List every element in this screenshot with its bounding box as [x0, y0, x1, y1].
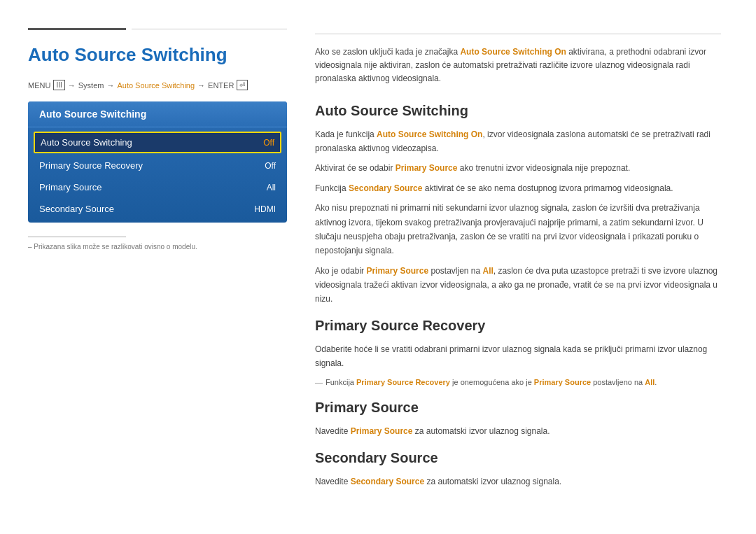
ui-item-secondary-source[interactable]: Secondary Source HDMI — [28, 198, 287, 220]
intro-highlight: Auto Source Switching On — [460, 47, 566, 57]
ui-item-label: Primary Source — [39, 182, 102, 192]
section-secondary-source: Secondary Source Navedite Secondary Sour… — [315, 450, 721, 489]
highlight-secondary-source: Secondary Source — [349, 183, 422, 193]
intro-text: Ako se zaslon uključi kada je značajka A… — [315, 45, 721, 86]
arrow-2: → — [106, 81, 114, 90]
section-para-2: Aktivirat će se odabir Primary Source ak… — [315, 161, 721, 175]
page-title: Auto Source Switching — [28, 44, 287, 66]
menu-label: MENU — [28, 81, 50, 90]
highlight-ps-all: Primary Source — [534, 378, 591, 386]
ui-item-value: Off — [263, 138, 274, 148]
ui-item-auto-source-switching[interactable]: Auto Source Switching Off — [34, 132, 281, 153]
note-text: Funkcija Primary Source Recovery je onem… — [326, 377, 657, 389]
highlight-all-2: All — [645, 378, 654, 386]
section-title-secondary: Secondary Source — [315, 450, 721, 466]
right-top-rule — [315, 34, 721, 34]
footnote: – Prikazana slika može se razlikovati ov… — [28, 243, 287, 251]
enter-icon: ⏎ — [237, 80, 248, 90]
note-dash: — — [315, 377, 323, 389]
ui-box-header: Auto Source Switching — [28, 101, 287, 127]
section-para-primary: Navedite Primary Source za automatski iz… — [315, 424, 721, 438]
arrow-1: → — [68, 81, 76, 90]
section-primary-source-recovery: Primary Source Recovery Odaberite hoće l… — [315, 318, 721, 388]
section-para-secondary: Navedite Secondary Source za automatski … — [315, 475, 721, 489]
section-para-4: Ako nisu prepoznati ni primarni niti sek… — [315, 201, 721, 258]
ui-item-label: Auto Source Switching — [41, 137, 132, 148]
arrow-3: → — [197, 81, 205, 90]
footnote-rule — [28, 237, 126, 237]
ui-item-value: Off — [265, 161, 276, 171]
ui-item-primary-source-recovery[interactable]: Primary Source Recovery Off — [28, 155, 287, 176]
highlight-ss-label: Secondary Source — [351, 477, 424, 486]
section-auto-source-switching: Auto Source Switching Kada je funkcija A… — [315, 103, 721, 307]
section-para-5: Ako je odabir Primary Source postavljen … — [315, 264, 721, 307]
section-title-auto-source: Auto Source Switching — [315, 103, 721, 119]
right-column: Ako se zaslon uključi kada je značajka A… — [315, 28, 721, 500]
left-column: Auto Source Switching MENU III → System … — [28, 28, 287, 500]
highlight-ps-label: Primary Source — [351, 426, 413, 436]
ui-item-value: All — [267, 183, 276, 192]
rule-light — [132, 29, 287, 29]
section-para-1: Kada je funkcija Auto Source Switching O… — [315, 127, 721, 156]
section-primary-source: Primary Source Navedite Primary Source z… — [315, 400, 721, 438]
system-label: System — [78, 81, 104, 90]
ui-item-value: HDMI — [254, 204, 276, 214]
section-para-3: Funkcija Secondary Source aktivirat će s… — [315, 181, 721, 195]
enter-label: ENTER — [208, 81, 234, 90]
highlight-primary-source-1: Primary Source — [396, 163, 458, 173]
highlight-psr: Primary Source Recovery — [356, 378, 450, 386]
rule-dark — [28, 28, 126, 30]
section-para-recovery: Odaberite hoće li se vratiti odabrani pr… — [315, 342, 721, 371]
highlight-auto-source: Auto Source Switching On — [377, 129, 482, 139]
menu-path: MENU III → System → Auto Source Switchin… — [28, 80, 287, 90]
top-rule — [28, 28, 287, 30]
highlight-all: All — [483, 266, 493, 276]
ui-item-primary-source[interactable]: Primary Source All — [28, 176, 287, 198]
highlight-primary-source-2: Primary Source — [366, 266, 428, 276]
menu-highlight: Auto Source Switching — [117, 81, 195, 90]
ui-item-label: Secondary Source — [39, 204, 114, 214]
ui-box-items: Auto Source Switching Off Primary Source… — [28, 127, 287, 223]
menu-icon: III — [53, 80, 64, 90]
ui-box: Auto Source Switching Auto Source Switch… — [28, 101, 287, 223]
section-title-primary-recovery: Primary Source Recovery — [315, 318, 721, 334]
ui-item-label: Primary Source Recovery — [39, 160, 143, 171]
section-title-primary: Primary Source — [315, 400, 721, 416]
section-note-recovery: — Funkcija Primary Source Recovery je on… — [315, 377, 721, 389]
